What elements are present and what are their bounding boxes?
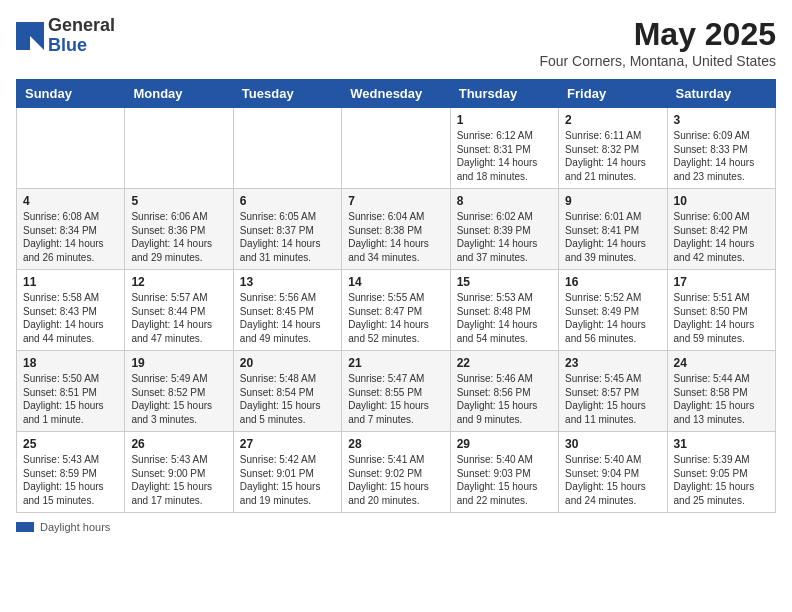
- calendar-cell: 25Sunrise: 5:43 AMSunset: 8:59 PMDayligh…: [17, 432, 125, 513]
- calendar-cell: 21Sunrise: 5:47 AMSunset: 8:55 PMDayligh…: [342, 351, 450, 432]
- calendar-header-sunday: Sunday: [17, 80, 125, 108]
- calendar-cell: 23Sunrise: 5:45 AMSunset: 8:57 PMDayligh…: [559, 351, 667, 432]
- calendar-header-friday: Friday: [559, 80, 667, 108]
- day-info: Sunrise: 6:05 AMSunset: 8:37 PMDaylight:…: [240, 210, 335, 264]
- calendar-cell: 22Sunrise: 5:46 AMSunset: 8:56 PMDayligh…: [450, 351, 558, 432]
- day-info: Sunrise: 5:51 AMSunset: 8:50 PMDaylight:…: [674, 291, 769, 345]
- day-number: 30: [565, 437, 660, 451]
- day-info: Sunrise: 6:06 AMSunset: 8:36 PMDaylight:…: [131, 210, 226, 264]
- day-info: Sunrise: 6:09 AMSunset: 8:33 PMDaylight:…: [674, 129, 769, 183]
- calendar-header-row: SundayMondayTuesdayWednesdayThursdayFrid…: [17, 80, 776, 108]
- calendar-week-row: 4Sunrise: 6:08 AMSunset: 8:34 PMDaylight…: [17, 189, 776, 270]
- day-number: 9: [565, 194, 660, 208]
- calendar-cell: 19Sunrise: 5:49 AMSunset: 8:52 PMDayligh…: [125, 351, 233, 432]
- day-number: 10: [674, 194, 769, 208]
- day-number: 25: [23, 437, 118, 451]
- day-number: 21: [348, 356, 443, 370]
- logo: General Blue: [16, 16, 115, 56]
- day-number: 29: [457, 437, 552, 451]
- calendar-cell: 28Sunrise: 5:41 AMSunset: 9:02 PMDayligh…: [342, 432, 450, 513]
- calendar-cell: 14Sunrise: 5:55 AMSunset: 8:47 PMDayligh…: [342, 270, 450, 351]
- page-header: General Blue May 2025 Four Corners, Mont…: [16, 16, 776, 69]
- day-number: 2: [565, 113, 660, 127]
- calendar-cell: 24Sunrise: 5:44 AMSunset: 8:58 PMDayligh…: [667, 351, 775, 432]
- day-number: 6: [240, 194, 335, 208]
- calendar-week-row: 1Sunrise: 6:12 AMSunset: 8:31 PMDaylight…: [17, 108, 776, 189]
- calendar-cell: 15Sunrise: 5:53 AMSunset: 8:48 PMDayligh…: [450, 270, 558, 351]
- calendar-cell: 8Sunrise: 6:02 AMSunset: 8:39 PMDaylight…: [450, 189, 558, 270]
- calendar-cell: [125, 108, 233, 189]
- calendar-table: SundayMondayTuesdayWednesdayThursdayFrid…: [16, 79, 776, 513]
- day-number: 27: [240, 437, 335, 451]
- day-info: Sunrise: 5:56 AMSunset: 8:45 PMDaylight:…: [240, 291, 335, 345]
- calendar-cell: 4Sunrise: 6:08 AMSunset: 8:34 PMDaylight…: [17, 189, 125, 270]
- calendar-week-row: 18Sunrise: 5:50 AMSunset: 8:51 PMDayligh…: [17, 351, 776, 432]
- day-number: 20: [240, 356, 335, 370]
- legend-bar: [16, 522, 34, 532]
- day-info: Sunrise: 5:58 AMSunset: 8:43 PMDaylight:…: [23, 291, 118, 345]
- day-number: 7: [348, 194, 443, 208]
- day-number: 5: [131, 194, 226, 208]
- calendar-cell: 16Sunrise: 5:52 AMSunset: 8:49 PMDayligh…: [559, 270, 667, 351]
- day-info: Sunrise: 6:12 AMSunset: 8:31 PMDaylight:…: [457, 129, 552, 183]
- calendar-cell: 13Sunrise: 5:56 AMSunset: 8:45 PMDayligh…: [233, 270, 341, 351]
- day-info: Sunrise: 6:11 AMSunset: 8:32 PMDaylight:…: [565, 129, 660, 183]
- calendar-cell: 1Sunrise: 6:12 AMSunset: 8:31 PMDaylight…: [450, 108, 558, 189]
- svg-rect-1: [30, 22, 44, 36]
- day-number: 26: [131, 437, 226, 451]
- calendar-cell: 3Sunrise: 6:09 AMSunset: 8:33 PMDaylight…: [667, 108, 775, 189]
- calendar-week-row: 11Sunrise: 5:58 AMSunset: 8:43 PMDayligh…: [17, 270, 776, 351]
- calendar-header-saturday: Saturday: [667, 80, 775, 108]
- month-title: May 2025: [539, 16, 776, 53]
- day-info: Sunrise: 6:01 AMSunset: 8:41 PMDaylight:…: [565, 210, 660, 264]
- day-number: 4: [23, 194, 118, 208]
- day-info: Sunrise: 5:49 AMSunset: 8:52 PMDaylight:…: [131, 372, 226, 426]
- day-number: 12: [131, 275, 226, 289]
- day-number: 23: [565, 356, 660, 370]
- day-info: Sunrise: 5:43 AMSunset: 8:59 PMDaylight:…: [23, 453, 118, 507]
- calendar-cell: [233, 108, 341, 189]
- svg-rect-2: [16, 36, 30, 50]
- day-info: Sunrise: 6:00 AMSunset: 8:42 PMDaylight:…: [674, 210, 769, 264]
- calendar-cell: 6Sunrise: 6:05 AMSunset: 8:37 PMDaylight…: [233, 189, 341, 270]
- day-number: 16: [565, 275, 660, 289]
- calendar-cell: [17, 108, 125, 189]
- day-number: 18: [23, 356, 118, 370]
- calendar-header-thursday: Thursday: [450, 80, 558, 108]
- day-info: Sunrise: 5:43 AMSunset: 9:00 PMDaylight:…: [131, 453, 226, 507]
- logo-general-text: General: [48, 15, 115, 35]
- day-number: 24: [674, 356, 769, 370]
- day-info: Sunrise: 5:46 AMSunset: 8:56 PMDaylight:…: [457, 372, 552, 426]
- calendar-cell: 29Sunrise: 5:40 AMSunset: 9:03 PMDayligh…: [450, 432, 558, 513]
- day-info: Sunrise: 5:47 AMSunset: 8:55 PMDaylight:…: [348, 372, 443, 426]
- day-number: 8: [457, 194, 552, 208]
- day-number: 28: [348, 437, 443, 451]
- calendar-cell: 18Sunrise: 5:50 AMSunset: 8:51 PMDayligh…: [17, 351, 125, 432]
- day-info: Sunrise: 5:53 AMSunset: 8:48 PMDaylight:…: [457, 291, 552, 345]
- logo-icon: [16, 22, 44, 50]
- day-number: 1: [457, 113, 552, 127]
- day-number: 17: [674, 275, 769, 289]
- calendar-cell: [342, 108, 450, 189]
- day-info: Sunrise: 5:39 AMSunset: 9:05 PMDaylight:…: [674, 453, 769, 507]
- day-info: Sunrise: 5:52 AMSunset: 8:49 PMDaylight:…: [565, 291, 660, 345]
- calendar-cell: 10Sunrise: 6:00 AMSunset: 8:42 PMDayligh…: [667, 189, 775, 270]
- day-info: Sunrise: 5:50 AMSunset: 8:51 PMDaylight:…: [23, 372, 118, 426]
- calendar-cell: 7Sunrise: 6:04 AMSunset: 8:38 PMDaylight…: [342, 189, 450, 270]
- day-number: 14: [348, 275, 443, 289]
- calendar-cell: 20Sunrise: 5:48 AMSunset: 8:54 PMDayligh…: [233, 351, 341, 432]
- legend-label: Daylight hours: [40, 521, 110, 533]
- calendar-cell: 31Sunrise: 5:39 AMSunset: 9:05 PMDayligh…: [667, 432, 775, 513]
- day-info: Sunrise: 6:02 AMSunset: 8:39 PMDaylight:…: [457, 210, 552, 264]
- day-number: 13: [240, 275, 335, 289]
- svg-rect-0: [16, 22, 30, 36]
- day-info: Sunrise: 5:45 AMSunset: 8:57 PMDaylight:…: [565, 372, 660, 426]
- day-info: Sunrise: 5:40 AMSunset: 9:04 PMDaylight:…: [565, 453, 660, 507]
- calendar-header-tuesday: Tuesday: [233, 80, 341, 108]
- calendar-cell: 2Sunrise: 6:11 AMSunset: 8:32 PMDaylight…: [559, 108, 667, 189]
- day-info: Sunrise: 6:04 AMSunset: 8:38 PMDaylight:…: [348, 210, 443, 264]
- calendar-cell: 17Sunrise: 5:51 AMSunset: 8:50 PMDayligh…: [667, 270, 775, 351]
- day-info: Sunrise: 5:55 AMSunset: 8:47 PMDaylight:…: [348, 291, 443, 345]
- calendar-cell: 9Sunrise: 6:01 AMSunset: 8:41 PMDaylight…: [559, 189, 667, 270]
- calendar-cell: 27Sunrise: 5:42 AMSunset: 9:01 PMDayligh…: [233, 432, 341, 513]
